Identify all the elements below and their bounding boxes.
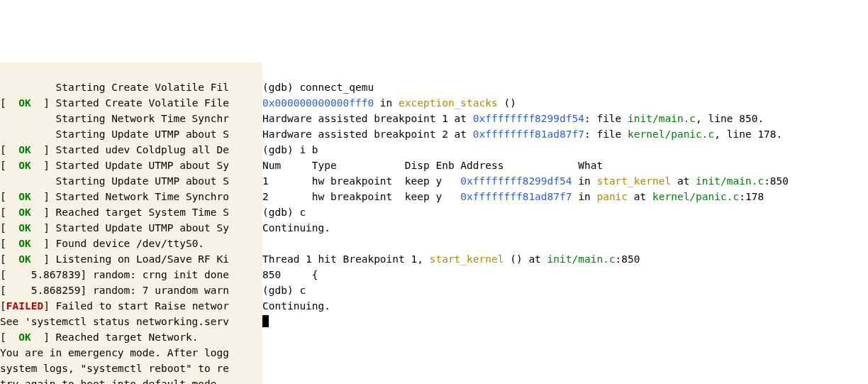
boot-line: ] Reached target Network. bbox=[31, 331, 199, 343]
address: 0x000000000000fff0 bbox=[262, 97, 374, 109]
address: 0xffffffff8299df54 bbox=[473, 113, 584, 124]
bracket: [ bbox=[0, 191, 18, 202]
gdb-prompt-line: (gdb) c bbox=[262, 207, 306, 218]
status-ok: OK bbox=[18, 144, 30, 155]
boot-line: Starting Create Volatile Fil bbox=[0, 82, 229, 93]
boot-line: ] Started Update UTMP about Sy bbox=[31, 222, 229, 234]
bracket: [ bbox=[0, 222, 18, 234]
symbol: start_kernel bbox=[430, 253, 504, 265]
symbol: exception_stacks bbox=[399, 97, 498, 109]
bracket: [ bbox=[0, 331, 18, 343]
status-ok: OK bbox=[18, 97, 30, 109]
text: : file bbox=[584, 113, 628, 124]
address: 0xffffffff81ad87f7 bbox=[473, 128, 584, 140]
text: in bbox=[572, 191, 597, 202]
text: : file bbox=[584, 128, 628, 140]
gdb-prompt-line: (gdb) connect_qemu bbox=[262, 82, 374, 93]
status-failed: FAILED bbox=[6, 300, 43, 312]
bracket: [ bbox=[0, 144, 18, 155]
bracket: [ bbox=[0, 207, 18, 218]
status-ok: OK bbox=[18, 253, 30, 265]
text: Hardware assisted breakpoint 1 at bbox=[262, 113, 473, 124]
gdb-console[interactable]: (gdb) connect_qemu 0x000000000000fff0 in… bbox=[262, 62, 868, 384]
kernel-log-line: [ 5.868259] random: 7 urandom warn bbox=[0, 285, 229, 296]
table-row: 2 hw breakpoint keep y bbox=[262, 191, 460, 202]
text: () at bbox=[503, 253, 547, 265]
status-ok: OK bbox=[18, 238, 30, 249]
gdb-output: Continuing. bbox=[262, 300, 330, 312]
file-path: kernel/panic.c bbox=[628, 128, 714, 140]
boot-line: ] Started Update UTMP about Sy bbox=[31, 160, 229, 171]
text: , line 178. bbox=[714, 128, 782, 140]
symbol: start_kernel bbox=[596, 175, 671, 187]
file-path: init/main.c bbox=[547, 253, 616, 265]
gdb-output: Continuing. bbox=[262, 222, 330, 234]
status-ok: OK bbox=[18, 331, 30, 343]
status-ok: OK bbox=[18, 222, 30, 234]
address: 0xffffffff81ad87f7 bbox=[460, 191, 572, 202]
boot-line: Starting Update UTMP about S bbox=[0, 175, 229, 187]
bracket: [ bbox=[0, 300, 6, 312]
text: Hardware assisted breakpoint 2 at bbox=[262, 128, 473, 140]
text: at bbox=[628, 191, 652, 202]
boot-line: See 'systemctl status networking.serv bbox=[0, 316, 229, 327]
boot-line: Starting Update UTMP about S bbox=[0, 128, 229, 140]
source-line: 850 { bbox=[262, 269, 318, 280]
text: in bbox=[374, 97, 399, 109]
status-ok: OK bbox=[18, 160, 30, 171]
status-ok: OK bbox=[18, 191, 30, 202]
text: :850 bbox=[764, 175, 789, 187]
boot-line: ] Reached target System Time S bbox=[31, 207, 229, 218]
text: in bbox=[572, 175, 597, 187]
kernel-log-line: [ 5.867839] random: crng init done bbox=[0, 269, 229, 280]
bracket: [ bbox=[0, 253, 18, 265]
text: :850 bbox=[616, 253, 640, 265]
emergency-msg: system logs, "systemctl reboot" to re bbox=[0, 363, 229, 374]
bracket: [ bbox=[0, 160, 18, 171]
bracket: [ bbox=[0, 238, 18, 249]
boot-line: ] Listening on Load/Save RF Ki bbox=[31, 253, 229, 265]
bracket: [ bbox=[0, 97, 18, 109]
boot-line: ] Started Network Time Synchro bbox=[31, 191, 229, 202]
text: at bbox=[671, 175, 696, 187]
text: , line 850. bbox=[696, 113, 764, 124]
boot-console[interactable]: Starting Create Volatile Fil [ OK ] Star… bbox=[0, 62, 262, 384]
text: :178 bbox=[739, 191, 764, 202]
emergency-msg: try again to boot into default mode. bbox=[0, 378, 223, 384]
gdb-prompt-line: (gdb) c bbox=[262, 285, 306, 296]
boot-line: Starting Network Time Synchr bbox=[0, 113, 229, 124]
boot-line: ] Failed to start Raise networ bbox=[43, 300, 229, 312]
table-row: 1 hw breakpoint keep y bbox=[262, 175, 460, 187]
text: () bbox=[498, 97, 516, 109]
split-view: Starting Create Volatile Fil [ OK ] Star… bbox=[0, 62, 868, 384]
boot-line: ] Found device /dev/ttyS0. bbox=[31, 238, 204, 249]
file-path: init/main.c bbox=[628, 113, 696, 124]
file-path: init/main.c bbox=[696, 175, 764, 187]
gdb-prompt-line: (gdb) i b bbox=[262, 144, 318, 155]
cursor-icon bbox=[262, 315, 269, 327]
boot-line: ] Started udev Coldplug all De bbox=[31, 144, 229, 155]
file-path: kernel/panic.c bbox=[652, 191, 739, 202]
text: Thread 1 hit Breakpoint 1, bbox=[262, 253, 430, 265]
table-header: Num Type Disp Enb Address What bbox=[262, 160, 603, 171]
emergency-msg: You are in emergency mode. After logg bbox=[0, 347, 229, 358]
address: 0xffffffff8299df54 bbox=[460, 175, 572, 187]
boot-line: ] Started Create Volatile File bbox=[31, 97, 229, 109]
status-ok: OK bbox=[18, 207, 30, 218]
symbol: panic bbox=[596, 191, 628, 202]
